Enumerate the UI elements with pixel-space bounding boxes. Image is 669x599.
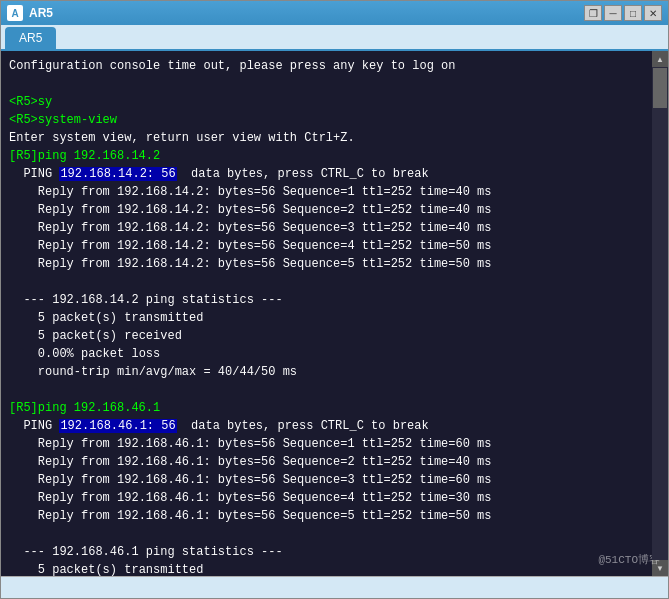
window-title: AR5 — [29, 6, 53, 20]
terminal-area: Configuration console time out, please p… — [1, 51, 668, 576]
tab-ar5[interactable]: AR5 — [5, 27, 56, 49]
minimize-button[interactable]: ─ — [604, 5, 622, 21]
scrollbar-thumb[interactable] — [653, 68, 667, 108]
title-bar-left: A AR5 — [7, 5, 53, 21]
tab-label: AR5 — [19, 31, 42, 45]
scrollbar-up-button[interactable]: ▲ — [652, 51, 668, 67]
maximize-button[interactable]: □ — [624, 5, 642, 21]
scrollbar-track[interactable] — [652, 67, 668, 560]
title-bar-controls: ❐ ─ □ ✕ — [584, 5, 662, 21]
main-window: A AR5 ❐ ─ □ ✕ AR5 Configuration console … — [0, 0, 669, 599]
status-bar — [1, 576, 668, 598]
terminal-output: Configuration console time out, please p… — [9, 57, 644, 576]
scrollbar: ▲ ▼ — [652, 51, 668, 576]
watermark: @51CTO博客 — [598, 552, 652, 569]
close-button[interactable]: ✕ — [644, 5, 662, 21]
title-bar: A AR5 ❐ ─ □ ✕ — [1, 1, 668, 25]
app-icon: A — [7, 5, 23, 21]
terminal-content[interactable]: Configuration console time out, please p… — [1, 51, 652, 576]
tab-bar: AR5 — [1, 25, 668, 51]
restore-button[interactable]: ❐ — [584, 5, 602, 21]
